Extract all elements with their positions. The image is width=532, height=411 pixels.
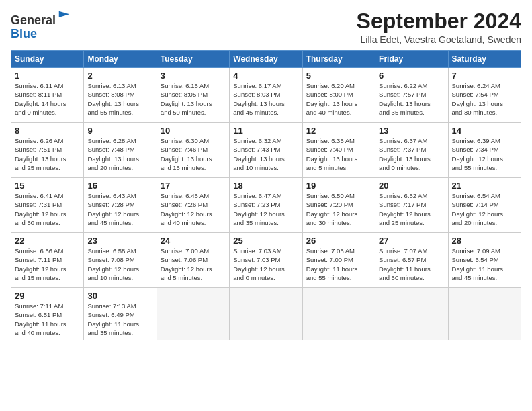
table-row: 19Sunrise: 6:50 AMSunset: 7:20 PMDayligh…: [302, 178, 375, 233]
day-number: 25: [233, 236, 298, 246]
calendar-header-row: Sunday Monday Tuesday Wednesday Thursday…: [11, 51, 521, 68]
day-number: 20: [379, 181, 444, 191]
table-row: 3Sunrise: 6:15 AMSunset: 8:05 PMDaylight…: [157, 68, 229, 123]
day-info: Sunrise: 6:52 AMSunset: 7:17 PMDaylight:…: [379, 191, 444, 227]
day-info: Sunrise: 7:07 AMSunset: 6:57 PMDaylight:…: [379, 246, 444, 282]
day-info: Sunrise: 6:43 AMSunset: 7:28 PMDaylight:…: [87, 191, 152, 227]
svg-marker-0: [59, 11, 70, 17]
table-row: 11Sunrise: 6:32 AMSunset: 7:43 PMDayligh…: [230, 123, 302, 178]
day-number: 15: [15, 181, 80, 191]
col-wednesday: Wednesday: [230, 51, 302, 68]
title-block: September 2024 Lilla Edet, Vaestra Goeta…: [357, 9, 521, 45]
day-info: Sunrise: 6:39 AMSunset: 7:34 PMDaylight:…: [452, 136, 517, 172]
day-number: 26: [306, 236, 371, 246]
logo-general-text: General: [11, 13, 56, 27]
day-number: 4: [233, 71, 298, 81]
table-row: 6Sunrise: 6:22 AMSunset: 7:57 PMDaylight…: [375, 68, 448, 123]
table-row: 9Sunrise: 6:28 AMSunset: 7:48 PMDaylight…: [84, 123, 157, 178]
day-info: Sunrise: 6:58 AMSunset: 7:08 PMDaylight:…: [87, 246, 152, 282]
table-row: 18Sunrise: 6:47 AMSunset: 7:23 PMDayligh…: [230, 178, 302, 233]
col-tuesday: Tuesday: [157, 51, 229, 68]
day-number: 18: [233, 181, 298, 191]
table-row: 26Sunrise: 7:05 AMSunset: 7:00 PMDayligh…: [302, 233, 375, 288]
table-row: 21Sunrise: 6:54 AMSunset: 7:14 PMDayligh…: [448, 178, 521, 233]
table-row: 14Sunrise: 6:39 AMSunset: 7:34 PMDayligh…: [448, 123, 521, 178]
table-row: 20Sunrise: 6:52 AMSunset: 7:17 PMDayligh…: [375, 178, 448, 233]
table-row: 4Sunrise: 6:17 AMSunset: 8:03 PMDaylight…: [230, 68, 302, 123]
day-info: Sunrise: 6:45 AMSunset: 7:26 PMDaylight:…: [161, 191, 226, 227]
day-number: 22: [15, 236, 80, 246]
day-number: 12: [306, 126, 371, 136]
day-number: 3: [161, 71, 226, 81]
day-info: Sunrise: 6:17 AMSunset: 8:03 PMDaylight:…: [233, 81, 298, 117]
table-row: 17Sunrise: 6:45 AMSunset: 7:26 PMDayligh…: [157, 178, 229, 233]
day-number: 19: [306, 181, 371, 191]
location: Lilla Edet, Vaestra Goetaland, Sweden: [357, 34, 521, 45]
col-thursday: Thursday: [302, 51, 375, 68]
page: General Blue September 2024 Lilla Edet, …: [0, 0, 532, 411]
table-row: [230, 288, 302, 340]
table-row: 12Sunrise: 6:35 AMSunset: 7:40 PMDayligh…: [302, 123, 375, 178]
day-number: 29: [15, 291, 80, 301]
day-number: 11: [233, 126, 298, 136]
day-number: 16: [87, 181, 152, 191]
day-info: Sunrise: 6:26 AMSunset: 7:51 PMDaylight:…: [15, 136, 80, 172]
table-row: 15Sunrise: 6:41 AMSunset: 7:31 PMDayligh…: [11, 178, 84, 233]
logo-blue-text: Blue: [11, 27, 37, 40]
table-row: 16Sunrise: 6:43 AMSunset: 7:28 PMDayligh…: [84, 178, 157, 233]
day-number: 28: [452, 236, 517, 246]
table-row: 24Sunrise: 7:00 AMSunset: 7:06 PMDayligh…: [157, 233, 229, 288]
day-number: 30: [87, 291, 152, 301]
day-info: Sunrise: 6:13 AMSunset: 8:08 PMDaylight:…: [87, 81, 152, 117]
day-info: Sunrise: 6:30 AMSunset: 7:46 PMDaylight:…: [161, 136, 226, 172]
table-row: 22Sunrise: 6:56 AMSunset: 7:11 PMDayligh…: [11, 233, 84, 288]
day-info: Sunrise: 7:13 AMSunset: 6:49 PMDaylight:…: [87, 302, 152, 337]
day-info: Sunrise: 7:00 AMSunset: 7:06 PMDaylight:…: [161, 246, 226, 282]
col-monday: Monday: [84, 51, 157, 68]
day-info: Sunrise: 6:37 AMSunset: 7:37 PMDaylight:…: [379, 136, 444, 172]
day-number: 7: [452, 71, 517, 81]
day-number: 10: [161, 126, 226, 136]
table-row: 2Sunrise: 6:13 AMSunset: 8:08 PMDaylight…: [84, 68, 157, 123]
day-info: Sunrise: 6:22 AMSunset: 7:57 PMDaylight:…: [379, 81, 444, 117]
logo: General Blue: [11, 9, 72, 41]
header: General Blue September 2024 Lilla Edet, …: [11, 9, 521, 45]
table-row: 8Sunrise: 6:26 AMSunset: 7:51 PMDaylight…: [11, 123, 84, 178]
day-number: 8: [15, 126, 80, 136]
table-row: [302, 288, 375, 340]
col-friday: Friday: [375, 51, 448, 68]
day-number: 13: [379, 126, 444, 136]
day-number: 9: [87, 126, 152, 136]
day-info: Sunrise: 7:09 AMSunset: 6:54 PMDaylight:…: [452, 246, 517, 282]
table-row: 29Sunrise: 7:11 AMSunset: 6:51 PMDayligh…: [11, 288, 84, 340]
table-row: [157, 288, 229, 340]
day-number: 27: [379, 236, 444, 246]
day-info: Sunrise: 6:50 AMSunset: 7:20 PMDaylight:…: [306, 191, 371, 227]
table-row: 10Sunrise: 6:30 AMSunset: 7:46 PMDayligh…: [157, 123, 229, 178]
day-info: Sunrise: 6:11 AMSunset: 8:11 PMDaylight:…: [15, 81, 80, 117]
table-row: 13Sunrise: 6:37 AMSunset: 7:37 PMDayligh…: [375, 123, 448, 178]
day-info: Sunrise: 6:32 AMSunset: 7:43 PMDaylight:…: [233, 136, 298, 172]
day-info: Sunrise: 6:56 AMSunset: 7:11 PMDaylight:…: [15, 246, 80, 282]
table-row: 1Sunrise: 6:11 AMSunset: 8:11 PMDaylight…: [11, 68, 84, 123]
day-number: 24: [161, 236, 226, 246]
day-number: 2: [87, 71, 152, 81]
day-number: 21: [452, 181, 517, 191]
table-row: 27Sunrise: 7:07 AMSunset: 6:57 PMDayligh…: [375, 233, 448, 288]
day-info: Sunrise: 7:03 AMSunset: 7:03 PMDaylight:…: [233, 246, 298, 282]
table-row: 25Sunrise: 7:03 AMSunset: 7:03 PMDayligh…: [230, 233, 302, 288]
col-saturday: Saturday: [448, 51, 521, 68]
day-info: Sunrise: 6:28 AMSunset: 7:48 PMDaylight:…: [87, 136, 152, 172]
calendar-table: Sunday Monday Tuesday Wednesday Thursday…: [11, 50, 521, 340]
table-row: 23Sunrise: 6:58 AMSunset: 7:08 PMDayligh…: [84, 233, 157, 288]
col-sunday: Sunday: [11, 51, 84, 68]
day-number: 1: [15, 71, 80, 81]
day-info: Sunrise: 7:11 AMSunset: 6:51 PMDaylight:…: [15, 302, 80, 337]
day-number: 14: [452, 126, 517, 136]
table-row: 5Sunrise: 6:20 AMSunset: 8:00 PMDaylight…: [302, 68, 375, 123]
day-number: 6: [379, 71, 444, 81]
month-title: September 2024: [357, 9, 521, 33]
logo-flag-icon: [57, 9, 72, 24]
table-row: 28Sunrise: 7:09 AMSunset: 6:54 PMDayligh…: [448, 233, 521, 288]
day-number: 23: [87, 236, 152, 246]
